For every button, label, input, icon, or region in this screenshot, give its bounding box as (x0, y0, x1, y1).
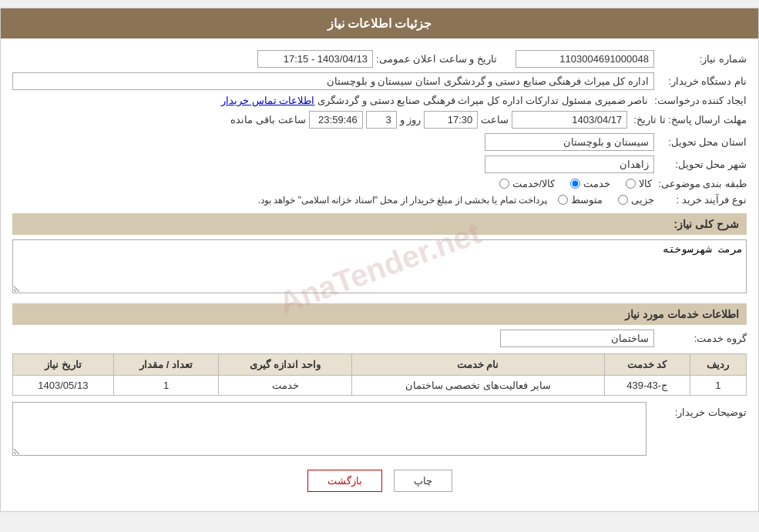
process-jozei-label: جزیی (631, 194, 654, 206)
category-kala-khadamat-radio[interactable] (499, 179, 509, 189)
category-row: طبقه بندی موضوعی: کالا خدمت کالا/خدمت (12, 178, 747, 189)
province-label: استان محل تحویل: (654, 136, 747, 148)
group-service-label: گروه خدمت: (654, 333, 747, 344)
process-type-row: نوع فرآیند خرید : جزیی متوسط پرداخت تمام… (12, 194, 747, 206)
process-motavaset-radio[interactable] (558, 195, 568, 205)
deadline-value-cell: 1403/04/17 ساعت 17:30 روز و 3 23:59:46 س… (12, 111, 627, 129)
col-service-code: کد خدمت (604, 354, 690, 376)
process-type-label: نوع فرآیند خرید : (654, 194, 747, 206)
buyer-org-box: اداره کل میراث فرهنگی صنایع دستی و گردشگ… (12, 72, 654, 90)
category-khadamat: خدمت (570, 178, 610, 189)
city-label: شهر محل تحویل: (654, 159, 747, 170)
category-kala-radio[interactable] (626, 179, 636, 189)
announcement-row: شماره نیاز: 1103004691000048 تاریخ و ساع… (12, 50, 747, 68)
cell-date: 1403/05/13 (13, 376, 114, 396)
city-row: شهر محل تحویل: زاهدان (12, 156, 747, 173)
bottom-buttons: چاپ بازگشت (12, 470, 747, 492)
category-kala: کالا (626, 178, 652, 189)
group-service-row: گروه خدمت: ساختمان (12, 330, 747, 347)
services-table-header-row: ردیف کد خدمت نام خدمت واحد اندازه گیری ت… (13, 354, 747, 376)
col-unit: واحد اندازه گیری (219, 354, 351, 376)
col-quantity: تعداد / مقدار (113, 354, 219, 376)
services-table: ردیف کد خدمت نام خدمت واحد اندازه گیری ت… (12, 353, 747, 396)
process-motavaset: متوسط (558, 194, 603, 206)
buyer-org-label: نام دستگاه خریدار: (654, 75, 747, 87)
province-value-cell: سیستان و بلوچستان (12, 133, 654, 151)
services-section-header: اطلاعات خدمات مورد نیاز (12, 303, 747, 325)
date-value-box: 1403/04/13 - 17:15 (257, 50, 373, 68)
deadline-row: مهلت ارسال پاسخ: تا تاریخ: 1403/04/17 سا… (12, 111, 747, 129)
category-kala-khadamat-label: کالا/خدمت (512, 178, 556, 189)
col-row-num: ردیف (690, 354, 746, 376)
process-jozei: جزیی (618, 194, 654, 206)
category-radio-group: کالا خدمت کالا/خدمت (12, 178, 652, 189)
cell-service-code: ج-43-439 (604, 376, 690, 396)
page-title: جزئیات اطلاعات نیاز (1, 8, 758, 38)
city-box: زاهدان (485, 156, 654, 173)
content-area: شماره نیاز: 1103004691000048 تاریخ و ساع… (1, 38, 758, 511)
table-row: 1 ج-43-439 سایر فعالیت‌های تخصصی ساختمان… (13, 376, 747, 396)
process-note: پرداخت تمام یا بخشی از مبلغ خریدار از مح… (258, 195, 547, 206)
date-label: تاریخ و ساعت اعلان عمومی: (376, 53, 497, 65)
page-container: جزئیات اطلاعات نیاز شماره نیاز: 11030046… (0, 8, 759, 512)
process-radio-group: جزیی متوسط (558, 194, 654, 206)
city-value-cell: زاهدان (12, 156, 654, 173)
cell-unit: خدمت (219, 376, 351, 396)
buyer-notes-row: توضیحات خریدار: (12, 402, 747, 458)
category-value-cell: کالا خدمت کالا/خدمت (12, 178, 652, 189)
category-khadamat-label: خدمت (583, 178, 610, 189)
announcement-number-label: شماره نیاز: (654, 53, 747, 65)
description-area: AnaTender.net مرمت شهرسوخته (12, 239, 747, 296)
category-khadamat-radio[interactable] (570, 179, 580, 189)
deadline-date-box: 1403/04/17 (512, 111, 627, 129)
deadline-days-box: 3 (366, 111, 397, 129)
countdown-box: 23:59:46 (309, 111, 363, 129)
creator-label: ایجاد کننده درخواست: (648, 95, 747, 106)
description-section-header: شرح کلی نیاز: (12, 213, 747, 235)
description-textarea[interactable] (12, 239, 747, 293)
creator-row: ایجاد کننده درخواست: ناصر ضمیری مسئول تد… (12, 95, 747, 106)
buyer-org-value-cell: اداره کل میراث فرهنگی صنایع دستی و گردشگ… (12, 72, 654, 90)
category-label: طبقه بندی موضوعی: (652, 178, 747, 189)
contact-link[interactable]: اطلاعات تماس خریدار (221, 95, 314, 106)
creator-value-cell: ناصر ضمیری مسئول تدارکات اداره کل میراث … (12, 95, 648, 106)
group-service-box: ساختمان (500, 330, 654, 347)
buyer-org-row: نام دستگاه خریدار: اداره کل میراث فرهنگی… (12, 72, 747, 90)
creator-value: ناصر ضمیری مسئول تدارکات اداره کل میراث … (317, 95, 648, 106)
process-motavaset-label: متوسط (571, 194, 603, 206)
cell-service-name: سایر فعالیت‌های تخصصی ساختمان (351, 376, 604, 396)
col-date: تاریخ نیاز (13, 354, 114, 376)
buyer-notes-textarea[interactable] (12, 402, 646, 456)
deadline-day-label: روز و (400, 114, 421, 125)
announcement-number-box: 1103004691000048 (516, 50, 654, 68)
print-button[interactable]: چاپ (394, 470, 452, 492)
category-kala-khadamat: کالا/خدمت (499, 178, 556, 189)
buyer-notes-label: توضیحات خریدار: (654, 402, 747, 418)
deadline-label: مهلت ارسال پاسخ: تا تاریخ: (627, 114, 747, 125)
province-box: سیستان و بلوچستان (485, 133, 654, 151)
col-service-name: نام خدمت (351, 354, 604, 376)
countdown-label: ساعت باقی مانده (230, 114, 305, 125)
cell-quantity: 1 (113, 376, 219, 396)
buyer-notes-area (12, 402, 646, 458)
process-type-value-cell: جزیی متوسط پرداخت تمام یا بخشی از مبلغ خ… (12, 194, 654, 206)
process-jozei-radio[interactable] (618, 195, 628, 205)
category-kala-label: کالا (639, 178, 652, 189)
announcement-number-value-cell: 1103004691000048 تاریخ و ساعت اعلان عموم… (12, 50, 654, 68)
deadline-time-label: ساعت (481, 114, 509, 125)
cell-row-num: 1 (690, 376, 746, 396)
back-button[interactable]: بازگشت (307, 470, 382, 492)
deadline-time-box: 17:30 (424, 111, 478, 129)
province-row: استان محل تحویل: سیستان و بلوچستان (12, 133, 747, 151)
